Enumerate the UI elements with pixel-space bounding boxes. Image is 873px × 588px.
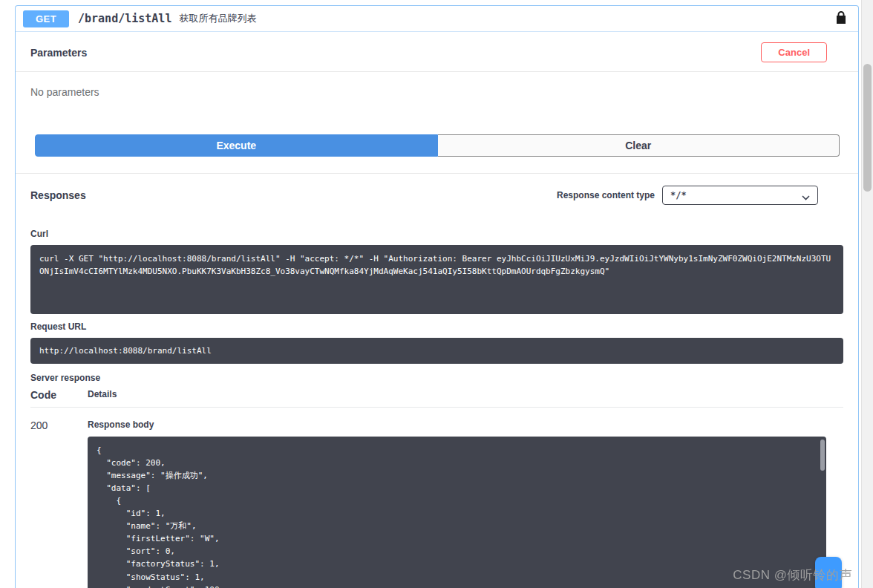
page-scroll-thumb[interactable] [863, 64, 872, 192]
response-row-200: 200 Response body { "code": 200, "messag… [30, 408, 843, 588]
response-body[interactable]: { "code": 200, "message": "操作成功", "data"… [88, 437, 826, 588]
server-response-label: Server response [30, 373, 843, 383]
responses-title: Responses [30, 189, 86, 201]
execute-button[interactable]: Execute [35, 134, 438, 157]
code-column-header: Code [30, 389, 88, 401]
response-content-type-label: Response content type [557, 190, 655, 200]
responses-header: Responses Response content type */* [16, 174, 858, 215]
endpoint-path: /brand/listAll [78, 12, 171, 25]
floating-widget-button[interactable] [815, 557, 842, 588]
content-type-value: */* [670, 190, 687, 200]
response-body-scroll-thumb[interactable] [820, 440, 825, 471]
response-details: Response body { "code": 200, "message": … [88, 419, 843, 588]
parameters-body: No parameters [16, 72, 858, 121]
response-body-label: Response body [88, 419, 843, 430]
authorize-lock-button[interactable] [831, 10, 851, 27]
lock-icon [836, 15, 846, 26]
cancel-button[interactable]: Cancel [761, 42, 827, 62]
request-url-label: Request URL [30, 321, 843, 332]
server-response-table: Code Details 200 Response body { "code":… [30, 389, 843, 588]
request-url: http://localhost:8088/brand/listAll [30, 338, 843, 364]
curl-command[interactable]: curl -X GET "http://localhost:8088/brand… [30, 245, 843, 314]
response-body-wrap: { "code": 200, "message": "操作成功", "data"… [88, 437, 826, 588]
opblock-get: GET /brand/listAll 获取所有品牌列表 Parameters C… [15, 5, 859, 588]
parameters-header: Parameters Cancel [16, 32, 858, 72]
response-content-type: Response content type */* [557, 186, 818, 205]
responses-body: Curl curl -X GET "http://localhost:8088/… [16, 215, 858, 588]
method-badge: GET [23, 10, 69, 27]
parameters-title: Parameters [30, 47, 87, 59]
chevron-down-icon [802, 192, 810, 203]
response-table-header: Code Details [30, 389, 843, 408]
clear-button[interactable]: Clear [438, 134, 840, 157]
operation-header[interactable]: GET /brand/listAll 获取所有品牌列表 [16, 6, 858, 32]
endpoint-description: 获取所有品牌列表 [179, 12, 256, 25]
details-column-header: Details [88, 389, 117, 401]
status-code: 200 [30, 419, 88, 588]
execute-row: Execute Clear [35, 134, 840, 157]
content-type-select[interactable]: */* [662, 186, 818, 205]
curl-label: Curl [30, 229, 843, 239]
no-parameters-text: No parameters [30, 86, 99, 98]
page-scrollbar[interactable] [861, 0, 873, 588]
